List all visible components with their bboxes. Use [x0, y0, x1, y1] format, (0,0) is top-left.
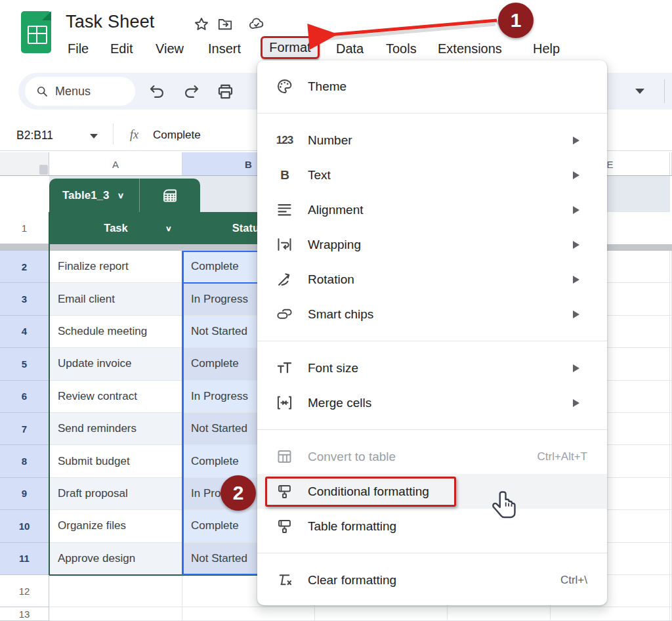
menu-item-label: Font size	[308, 361, 358, 375]
row-header-13[interactable]: 13	[0, 607, 49, 621]
menu-item-alignment[interactable]: Alignment	[257, 192, 607, 227]
cloud-saved-icon[interactable]	[248, 16, 265, 33]
table-name-chip[interactable]: Table1_3 ∨	[49, 179, 200, 212]
cell-a6[interactable]: Review contract	[49, 381, 182, 413]
clear-format-icon	[276, 571, 293, 589]
cell-d13[interactable]	[448, 607, 551, 621]
palette-icon	[276, 77, 293, 95]
cell-a10[interactable]: Organize files	[49, 510, 182, 542]
menu-item-label: Merge cells	[308, 396, 371, 410]
move-folder-icon[interactable]	[217, 16, 234, 33]
cell-a11[interactable]: Approve design	[49, 543, 182, 575]
step-2-badge: 2	[220, 475, 256, 511]
cell-e13[interactable]	[551, 607, 670, 621]
menu-separator	[257, 113, 607, 114]
menu-file[interactable]: File	[68, 39, 89, 58]
row-header-4[interactable]: 4	[0, 316, 49, 348]
menu-edit[interactable]: Edit	[110, 39, 133, 58]
row-header-11[interactable]: 11	[0, 543, 49, 575]
redo-icon[interactable]	[182, 83, 200, 100]
menu-item-wrapping[interactable]: Wrapping	[257, 227, 607, 262]
row-header-1[interactable]: 1	[0, 212, 49, 244]
rotate-text-icon	[276, 270, 293, 288]
fx-icon: fx	[130, 128, 138, 142]
name-box[interactable]: B2:B11	[16, 129, 53, 142]
text-wrap-icon	[276, 236, 293, 253]
menu-tools[interactable]: Tools	[386, 39, 417, 58]
column-header-a[interactable]: A	[49, 152, 182, 176]
menu-separator	[257, 341, 607, 341]
corner-nub	[39, 165, 48, 175]
menu-item-convert-to-table[interactable]: Convert to tableCtrl+Alt+T	[257, 439, 607, 474]
formula-bar-input[interactable]: Complete	[153, 129, 201, 142]
menus-label: Menus	[55, 85, 91, 98]
menu-item-table-formatting[interactable]: Table formatting	[257, 509, 607, 544]
sheets-logo[interactable]	[21, 11, 51, 53]
column-header-task[interactable]: Task∨	[49, 212, 182, 244]
menu-item-text[interactable]: BText	[257, 158, 607, 192]
merge-cells-icon	[276, 394, 293, 412]
step-1-badge: 1	[498, 3, 534, 38]
name-box-caret-icon[interactable]	[90, 134, 98, 139]
row-header-12[interactable]: 12	[0, 575, 49, 607]
row-header-8[interactable]: 8	[0, 445, 49, 477]
menu-item-theme[interactable]: Theme	[257, 69, 607, 104]
menu-item-number[interactable]: 123Number	[257, 123, 607, 158]
menus-search-button[interactable]: Menus	[25, 77, 135, 106]
number-123-icon: 123	[276, 131, 293, 149]
menu-item-label: Wrapping	[308, 238, 361, 252]
chevron-down-icon[interactable]: ∨	[165, 224, 172, 232]
undo-icon[interactable]	[148, 83, 166, 100]
cell-a5[interactable]: Update invoice	[49, 348, 182, 380]
document-title[interactable]: Task Sheet	[66, 12, 155, 32]
menu-item-label: Number	[308, 133, 352, 148]
cell-a4[interactable]: Schedule meeting	[49, 316, 182, 348]
table-border-left	[49, 212, 50, 575]
row-header-9[interactable]: 9	[0, 478, 49, 510]
menu-item-label: Convert to table	[308, 450, 396, 464]
menu-insert[interactable]: Insert	[208, 39, 241, 58]
cell-a12[interactable]	[49, 575, 182, 607]
menu-item-smart-chips[interactable]: Smart chips	[257, 297, 607, 332]
google-sheets-window: Task Sheet FileEditViewInsertDataToolsEx…	[0, 0, 672, 621]
menu-item-label: Theme	[308, 79, 346, 94]
star-icon[interactable]	[193, 16, 210, 33]
cell-a7[interactable]: Send reminders	[49, 413, 182, 445]
menu-separator	[257, 429, 607, 430]
menu-item-rotation[interactable]: Rotation	[257, 262, 607, 297]
table-name: Table1_3	[49, 189, 110, 202]
row-header-5[interactable]: 5	[0, 348, 49, 380]
menu-help[interactable]: Help	[533, 39, 560, 58]
chevron-down-icon[interactable]: ∨	[117, 190, 125, 200]
select-all-corner[interactable]	[0, 152, 49, 176]
cell-a8[interactable]: Submit budget	[49, 445, 182, 477]
cell-a9[interactable]: Draft proposal	[49, 478, 182, 510]
selection-border-left	[182, 251, 184, 575]
menu-item-font-size[interactable]: Font size	[257, 351, 607, 385]
menu-item-merge-cells[interactable]: Merge cells	[257, 385, 607, 420]
table-grid-icon[interactable]	[140, 188, 201, 203]
menu-data[interactable]: Data	[336, 39, 364, 58]
menu-item-label: Text	[308, 168, 331, 182]
menu-item-label: Clear formatting	[308, 573, 396, 588]
cell-a13[interactable]	[49, 607, 182, 621]
cell-c13[interactable]	[315, 607, 448, 621]
print-icon[interactable]	[217, 83, 234, 100]
row-header-2[interactable]: 2	[0, 251, 49, 283]
menu-format-open[interactable]: Format	[261, 36, 320, 59]
menu-extensions[interactable]: Extensions	[438, 39, 502, 58]
format-menu-dropdown: Theme123NumberBTextAlignmentWrappingRota…	[257, 60, 607, 605]
row-header-6[interactable]: 6	[0, 381, 49, 413]
menu-item-clear-formatting[interactable]: Clear formattingCtrl+\	[257, 563, 607, 597]
menu-item-label: Smart chips	[308, 307, 373, 322]
cell-b13[interactable]	[182, 607, 315, 621]
cell-a2[interactable]: Finalize report	[49, 251, 182, 283]
row-header-7[interactable]: 7	[0, 413, 49, 445]
search-icon	[35, 85, 49, 98]
row-header-3[interactable]: 3	[0, 283, 49, 315]
row-header-10[interactable]: 10	[0, 510, 49, 542]
menu-view[interactable]: View	[156, 39, 184, 58]
cell-a3[interactable]: Email client	[49, 283, 182, 315]
bold-b-icon: B	[276, 166, 293, 184]
chevron-down-icon[interactable]	[635, 89, 644, 94]
